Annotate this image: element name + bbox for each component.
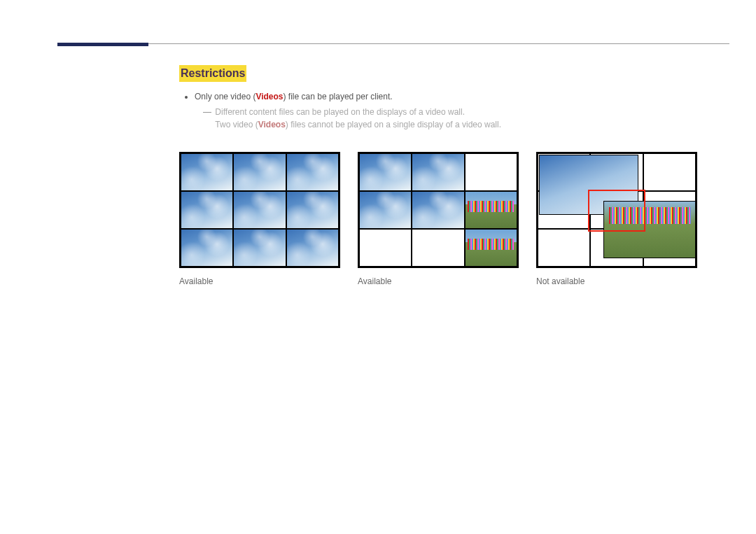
- videowall-overlap: [536, 152, 697, 268]
- cell: [359, 153, 412, 191]
- videos-keyword: Videos: [255, 92, 283, 101]
- bullet-main: Only one video (Videos) file can be play…: [195, 90, 711, 131]
- figure-caption: Available: [179, 275, 340, 288]
- cell: [412, 229, 464, 267]
- cell: [233, 191, 286, 229]
- cell: [181, 153, 233, 191]
- figure-caption: Available: [358, 275, 519, 288]
- videos-keyword-2: Videos: [258, 120, 286, 129]
- cell: [233, 153, 286, 191]
- cell: [465, 153, 517, 191]
- figures-row: Available Available: [179, 152, 756, 288]
- cell: [286, 153, 339, 191]
- section-heading: Restrictions: [179, 65, 246, 82]
- cell: [643, 153, 696, 191]
- cell: [538, 229, 590, 267]
- sub-line-1: Different content files can be played on…: [215, 106, 501, 131]
- cell: [181, 191, 233, 229]
- cell: [412, 153, 464, 191]
- cell: [465, 229, 517, 267]
- cell: [412, 191, 464, 229]
- content-block: Restrictions Only one video (Videos) fil…: [179, 65, 711, 131]
- sub-bullets: ― Different content files can be played …: [195, 106, 711, 131]
- header-rule: [57, 43, 729, 44]
- videowall-grid: [358, 152, 519, 268]
- cell: [465, 191, 517, 229]
- figure-not-available: Not available: [536, 152, 697, 288]
- cell: [233, 229, 286, 267]
- cell: [359, 191, 412, 229]
- dash-icon: ―: [203, 106, 211, 118]
- cell: [181, 229, 233, 267]
- figure-available-fullwall: Available: [179, 152, 340, 288]
- sub-line-2: Two video (Videos) files cannot be playe…: [215, 120, 501, 129]
- cell: [286, 229, 339, 267]
- videowall-grid: [179, 152, 340, 268]
- figure-caption: Not available: [536, 275, 697, 288]
- cell: [359, 229, 412, 267]
- video-ground: [603, 201, 696, 258]
- figure-available-separate: Available: [358, 152, 519, 288]
- cell: [286, 191, 339, 229]
